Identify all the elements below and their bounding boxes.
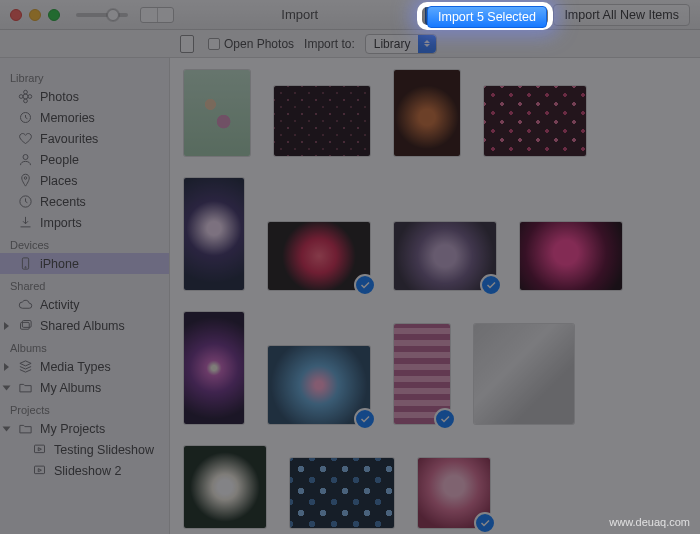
svg-point-7 [24, 177, 27, 180]
photo-thumbnail[interactable] [394, 70, 460, 156]
svg-point-0 [23, 94, 28, 99]
sidebar-item-label: My Albums [40, 381, 101, 395]
photo-thumbnail[interactable] [474, 324, 574, 424]
sidebar: LibraryPhotosMemoriesFavouritesPeoplePla… [0, 58, 170, 534]
svg-point-3 [19, 95, 23, 99]
disclosure-triangle-icon[interactable] [4, 363, 9, 371]
photo-thumbnail[interactable] [418, 458, 490, 528]
selection-checkmark-icon[interactable] [354, 274, 376, 296]
photo-grid [170, 58, 700, 534]
sidebar-item-photos[interactable]: Photos [0, 86, 169, 107]
selection-checkmark-icon[interactable] [474, 512, 496, 534]
sidebar-item-my-projects[interactable]: My Projects [0, 418, 169, 439]
photo-thumbnail[interactable] [268, 346, 370, 424]
sidebar-item-label: Photos [40, 90, 79, 104]
svg-point-10 [25, 267, 26, 268]
svg-rect-13 [35, 445, 45, 453]
watermark: www.deuaq.com [609, 516, 690, 528]
sidebar-item-shared-albums[interactable]: Shared Albums [0, 315, 169, 336]
thumbnail-size-slider[interactable] [76, 7, 174, 23]
sidebar-item-label: Favourites [40, 132, 98, 146]
sidebar-item-my-albums[interactable]: My Albums [0, 377, 169, 398]
svg-rect-11 [21, 322, 30, 329]
folder-icon [18, 380, 33, 395]
selection-checkmark-icon[interactable] [354, 408, 376, 430]
photo-image [520, 222, 622, 290]
selection-checkmark-icon[interactable] [480, 274, 502, 296]
sidebar-item-label: Imports [40, 216, 82, 230]
cloud-icon [18, 297, 33, 312]
sidebar-item-label: Places [40, 174, 78, 188]
photo-thumbnail[interactable] [184, 178, 244, 290]
sidebar-item-label: Testing Slideshow [54, 443, 154, 457]
photo-thumbnail[interactable] [394, 324, 450, 424]
photo-image [474, 324, 574, 424]
pin-icon [18, 173, 33, 188]
sidebar-item-label: My Projects [40, 422, 105, 436]
selection-checkmark-icon[interactable] [434, 408, 456, 430]
sidebar-item-people[interactable]: People [0, 149, 169, 170]
photo-thumbnail[interactable] [184, 70, 250, 156]
photo-thumbnail[interactable] [484, 86, 586, 156]
photo-row [184, 178, 686, 290]
slideshow-icon [32, 442, 47, 457]
photo-row [184, 70, 686, 156]
photos-icon [18, 89, 33, 104]
minimize-window-button[interactable] [29, 9, 41, 21]
download-icon [18, 215, 33, 230]
shared-icon [18, 318, 33, 333]
sidebar-item-favourites[interactable]: Favourites [0, 128, 169, 149]
sidebar-item-label: Shared Albums [40, 319, 125, 333]
import-to-label: Import to: [304, 37, 355, 51]
photo-thumbnail[interactable] [184, 312, 244, 424]
titlebar: Import Import 5 Selected Import All New … [0, 0, 700, 30]
sidebar-item-places[interactable]: Places [0, 170, 169, 191]
import-all-button[interactable]: Import All New Items [553, 4, 690, 26]
window-title: Import [174, 7, 425, 22]
clock-icon [18, 194, 33, 209]
sidebar-section-header: Albums [0, 336, 169, 356]
window-controls [10, 9, 60, 21]
disclosure-triangle-icon[interactable] [3, 426, 11, 431]
close-window-button[interactable] [10, 9, 22, 21]
svg-point-6 [23, 155, 28, 160]
photo-thumbnail[interactable] [520, 222, 622, 290]
chevron-updown-icon [418, 35, 436, 53]
photo-image [184, 70, 250, 156]
sidebar-item-label: Activity [40, 298, 80, 312]
disclosure-triangle-icon[interactable] [4, 322, 9, 330]
view-mode-segmented[interactable] [140, 7, 174, 23]
photo-image [290, 458, 394, 528]
sidebar-section-header: Projects [0, 398, 169, 418]
photo-thumbnail[interactable] [184, 446, 266, 528]
photo-image [484, 86, 586, 156]
sidebar-item-activity[interactable]: Activity [0, 294, 169, 315]
stack-icon [18, 359, 33, 374]
folder-icon [18, 421, 33, 436]
sidebar-item-recents[interactable]: Recents [0, 191, 169, 212]
photo-thumbnail[interactable] [394, 222, 496, 290]
disclosure-triangle-icon[interactable] [3, 385, 11, 390]
sidebar-item-iphone[interactable]: iPhone [0, 253, 169, 274]
import-destination-select[interactable]: Library [365, 34, 438, 54]
sidebar-item-imports[interactable]: Imports [0, 212, 169, 233]
import-selected-button-highlighted[interactable]: Import 5 Selected [427, 6, 547, 28]
open-photos-checkbox[interactable]: Open Photos [208, 37, 294, 51]
sidebar-item-media-types[interactable]: Media Types [0, 356, 169, 377]
photo-image [394, 70, 460, 156]
photo-thumbnail[interactable] [268, 222, 370, 290]
photo-thumbnail[interactable] [290, 458, 394, 528]
photo-image [184, 446, 266, 528]
heart-icon [18, 131, 33, 146]
sidebar-section-header: Library [0, 66, 169, 86]
svg-point-2 [24, 99, 28, 103]
import-toolbar: Open Photos Import to: Library [0, 30, 700, 58]
photos-app-window: Import Import 5 Selected Import All New … [0, 0, 700, 534]
photo-thumbnail[interactable] [274, 86, 370, 156]
sidebar-item-testing-slideshow[interactable]: Testing Slideshow [0, 439, 169, 460]
svg-rect-14 [35, 466, 45, 474]
photo-row [184, 312, 686, 424]
fullscreen-window-button[interactable] [48, 9, 60, 21]
sidebar-item-memories[interactable]: Memories [0, 107, 169, 128]
sidebar-item-slideshow-2[interactable]: Slideshow 2 [0, 460, 169, 481]
